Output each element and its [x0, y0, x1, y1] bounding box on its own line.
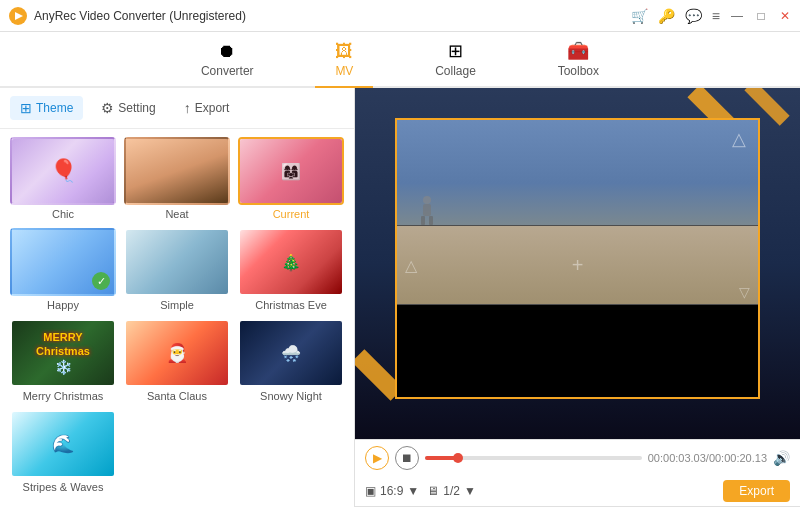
menu-icon[interactable]: ≡ — [712, 8, 720, 24]
theme-grid-icon: ⊞ — [20, 100, 32, 116]
subtab-export-label: Export — [195, 101, 230, 115]
theme-checkmark-happy: ✓ — [92, 272, 110, 290]
theme-label-snowy-night: Snowy Night — [260, 390, 322, 402]
theme-item-santa-claus[interactable]: 🎅 Santa Claus — [124, 319, 230, 402]
theme-item-simple[interactable]: Simple — [124, 228, 230, 311]
subtab-setting[interactable]: ⚙ Setting — [91, 96, 165, 120]
right-panel: △ △ + — [355, 88, 800, 507]
theme-label-simple: Simple — [160, 299, 194, 311]
theme-thumb-christmas-eve: 🎄 — [238, 228, 344, 296]
theme-item-christmas-eve[interactable]: 🎄 Christmas Eve — [238, 228, 344, 311]
theme-thumb-simple — [124, 228, 230, 296]
svg-rect-5 — [429, 216, 433, 225]
volume-icon[interactable]: 🔊 — [773, 450, 790, 466]
app-logo-icon — [8, 6, 28, 26]
controls-row2: ▣ 16:9 ▼ 🖥 1/2 ▼ Export — [355, 476, 800, 507]
stop-button[interactable]: ⏹ — [395, 446, 419, 470]
time-display: 00:00:03.03/00:00:20.13 — [648, 452, 767, 464]
collage-icon: ⊞ — [448, 40, 463, 62]
main-layout: ⊞ Theme ⚙ Setting ↑ Export 🎈 — [0, 88, 800, 507]
theme-thumb-stripes-waves: 🌊 — [10, 410, 116, 478]
subtab-theme[interactable]: ⊞ Theme — [10, 96, 83, 120]
theme-label-santa-claus: Santa Claus — [147, 390, 207, 402]
svg-rect-4 — [421, 216, 425, 225]
nav-tabs: ⏺ Converter 🖼 MV ⊞ Collage 🧰 Toolbox — [0, 32, 800, 88]
video-frame: △ △ + — [395, 118, 760, 399]
progress-thumb — [453, 453, 463, 463]
theme-label-christmas-eve: Christmas Eve — [255, 299, 327, 311]
theme-item-happy[interactable]: ✓ Happy — [10, 228, 116, 311]
theme-item-merry-christmas[interactable]: MERRY Christmas ❄️ Merry Christmas — [10, 319, 116, 402]
theme-label-neat: Neat — [165, 208, 188, 220]
theme-item-chic[interactable]: 🎈 Chic — [10, 137, 116, 220]
video-preview: △ △ + — [355, 88, 800, 439]
theme-thumb-santa-claus: 🎅 — [124, 319, 230, 387]
left-panel: ⊞ Theme ⚙ Setting ↑ Export 🎈 — [0, 88, 355, 507]
page-value: 1/2 — [443, 484, 460, 498]
sub-tabs: ⊞ Theme ⚙ Setting ↑ Export — [0, 88, 354, 129]
minimize-button[interactable]: — — [730, 9, 744, 23]
aspect-ratio-icon: ▣ — [365, 484, 376, 498]
toolbox-icon: 🧰 — [567, 40, 589, 62]
aspect-ratio-selector[interactable]: ▣ 16:9 ▼ — [365, 484, 419, 498]
theme-item-current[interactable]: 👩‍👩‍👧 Current — [238, 137, 344, 220]
svg-rect-3 — [423, 204, 431, 216]
tab-collage-label: Collage — [435, 64, 476, 78]
tab-converter-label: Converter — [201, 64, 254, 78]
subtab-export[interactable]: ↑ Export — [174, 96, 240, 120]
theme-thumb-current: 👩‍👩‍👧 — [238, 137, 344, 205]
theme-label-merry-christmas: Merry Christmas — [23, 390, 104, 402]
theme-grid: 🎈 Chic Neat 👩‍👩‍👧 Current — [0, 129, 354, 507]
svg-point-2 — [423, 196, 431, 204]
progress-bar[interactable] — [425, 456, 642, 460]
theme-thumb-happy: ✓ — [10, 228, 116, 296]
subtab-theme-label: Theme — [36, 101, 73, 115]
window-controls: 🛒 🔑 💬 ≡ — □ ✕ — [631, 8, 792, 24]
tab-toolbox-label: Toolbox — [558, 64, 599, 78]
chat-icon[interactable]: 💬 — [685, 8, 702, 24]
video-background: △ △ + — [355, 88, 800, 439]
theme-label-chic: Chic — [52, 208, 74, 220]
theme-item-stripes-waves[interactable]: 🌊 Stripes & Waves — [10, 410, 116, 493]
theme-thumb-chic: 🎈 — [10, 137, 116, 205]
setting-gear-icon: ⚙ — [101, 100, 114, 116]
tab-collage[interactable]: ⊞ Collage — [415, 34, 496, 88]
theme-thumb-neat — [124, 137, 230, 205]
export-button[interactable]: Export — [723, 480, 790, 502]
maximize-button[interactable]: □ — [754, 9, 768, 23]
theme-thumb-merry-christmas: MERRY Christmas ❄️ — [10, 319, 116, 387]
close-button[interactable]: ✕ — [778, 9, 792, 23]
tab-converter[interactable]: ⏺ Converter — [181, 35, 274, 88]
play-controls: ▶ ⏹ 00:00:03.03/00:00:20.13 🔊 — [355, 439, 800, 476]
tab-mv[interactable]: 🖼 MV — [315, 35, 373, 88]
export-arrow-icon: ↑ — [184, 100, 191, 116]
theme-item-snowy-night[interactable]: 🌨️ Snowy Night — [238, 319, 344, 402]
cart-icon[interactable]: 🛒 — [631, 8, 648, 24]
theme-thumb-snowy-night: 🌨️ — [238, 319, 344, 387]
key-icon[interactable]: 🔑 — [658, 8, 675, 24]
tab-toolbox[interactable]: 🧰 Toolbox — [538, 34, 619, 88]
aspect-ratio-value: 16:9 — [380, 484, 403, 498]
monitor-icon: 🖥 — [427, 484, 439, 498]
title-bar-left: AnyRec Video Converter (Unregistered) — [8, 6, 246, 26]
mv-icon: 🖼 — [335, 41, 353, 62]
theme-label-current: Current — [273, 208, 310, 220]
theme-item-neat[interactable]: Neat — [124, 137, 230, 220]
theme-label-happy: Happy — [47, 299, 79, 311]
page-selector[interactable]: 🖥 1/2 ▼ — [427, 484, 476, 498]
title-bar: AnyRec Video Converter (Unregistered) 🛒 … — [0, 0, 800, 32]
play-button[interactable]: ▶ — [365, 446, 389, 470]
page-arrow: ▼ — [464, 484, 476, 498]
subtab-setting-label: Setting — [118, 101, 155, 115]
theme-label-stripes-waves: Stripes & Waves — [23, 481, 104, 493]
app-title: AnyRec Video Converter (Unregistered) — [34, 9, 246, 23]
aspect-ratio-arrow: ▼ — [407, 484, 419, 498]
tab-mv-label: MV — [335, 64, 353, 78]
converter-icon: ⏺ — [218, 41, 236, 62]
